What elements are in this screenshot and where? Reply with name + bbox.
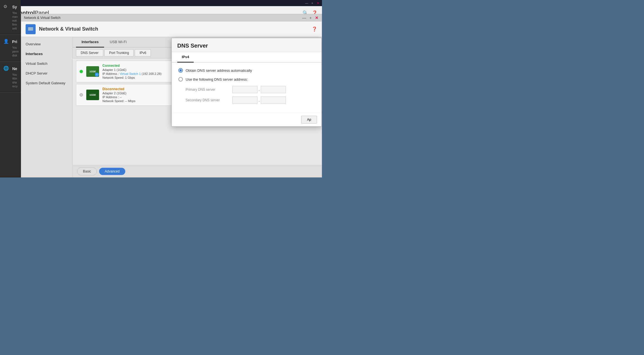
radio-manual-label: Use the following DNS server address: [186, 77, 248, 82]
sidebar-item-dhcp-server[interactable]: DHCP Server [21, 68, 72, 78]
secondary-dns-separator: . [259, 98, 260, 102]
network-section-text: YouWinsharecy [3, 73, 17, 88]
adapter1-badge: + [95, 73, 99, 77]
adapter1-icon: 1GbE + [86, 66, 99, 77]
dns-dialog-tabs: IPv4 [172, 52, 321, 63]
secondary-dns-input2[interactable] [261, 97, 286, 104]
apply-button[interactable]: Ap [301, 116, 317, 124]
system-section-header: ⚙ Sy [3, 4, 17, 10]
user-icon: 👤 [3, 39, 9, 45]
panel-help-icon[interactable]: ❓ [312, 26, 317, 32]
privilege-section-header: 👤 Pri [3, 39, 17, 45]
main-titlebar-controls: — + ✕ [305, 1, 320, 5]
network-section-title[interactable]: Ne [12, 66, 17, 71]
status-dot-connected [80, 70, 83, 73]
secondary-dns-label: Secondary DNS server [186, 98, 230, 102]
system-gear-icon: ⚙ [3, 4, 9, 10]
panel-window-title: Network & Virtual Switch [24, 16, 60, 20]
panel-titlebar: Network & Virtual Switch — + ✕ [21, 14, 322, 21]
sidebar-item-system-gateway[interactable]: System Default Gateway [21, 78, 72, 88]
minimize-button[interactable]: — [305, 1, 309, 5]
main-window: Control Panel — + ✕ ControlPanel 🔍 ❓ ⚙ [0, 0, 322, 178]
system-section-text: Youmannotifirmsett [3, 11, 17, 31]
panel-titlebar-controls: — + ✕ [302, 16, 319, 20]
panel-close-button[interactable]: ✕ [314, 16, 319, 20]
dns-dialog-footer: Ap [172, 113, 321, 126]
secondary-dns-input1[interactable] [232, 97, 257, 104]
sidebar-nav: Overview Interfaces Virtual Switch DHCP … [21, 37, 73, 177]
dns-fields: Primary DNS server . Secondary DNS serve… [186, 86, 315, 104]
sidebar-item-interfaces[interactable]: Interfaces [21, 49, 72, 59]
network-section-header: 🌐 Ne [3, 66, 17, 72]
radio-auto-input[interactable] [178, 68, 183, 73]
system-section-title[interactable]: Sy [12, 5, 17, 9]
panel-header-left: Network & Virtual Switch [26, 24, 98, 34]
sub-tab-dns-server[interactable]: DNS Server [76, 49, 103, 56]
globe-icon: 🌐 [3, 66, 9, 72]
radio-auto: Obtain DNS server address automatically [178, 68, 315, 73]
system-section: ⚙ Sy Youmannotifirmsett [0, 0, 21, 35]
network-switch-icon [26, 24, 36, 34]
dns-dialog-header: DNS Server [172, 38, 321, 52]
sidebar-item-virtual-switch[interactable]: Virtual Switch [21, 59, 72, 68]
main-titlebar: Control Panel — + ✕ [0, 0, 322, 6]
virtual-switch-link[interactable]: Virtual Switch 1 [120, 72, 141, 75]
privilege-section: 👤 Pri Youpermdisk [0, 35, 21, 62]
sidebar-item-overview[interactable]: Overview [21, 39, 72, 49]
maximize-button[interactable]: + [310, 1, 314, 5]
panel-maximize-button[interactable]: + [309, 16, 312, 20]
tab-usb-wifi[interactable]: USB Wi-Fi [104, 37, 132, 48]
privilege-section-title[interactable]: Pri [12, 40, 17, 44]
close-button[interactable]: ✕ [316, 1, 320, 5]
panel-header: Network & Virtual Switch ❓ [21, 21, 322, 37]
left-panel: ⚙ Sy Youmannotifirmsett 👤 Pri Youpermdis… [0, 0, 21, 178]
basic-button[interactable]: Basic [77, 167, 97, 175]
primary-dns-label: Primary DNS server [186, 88, 230, 92]
sub-tab-ipv6[interactable]: IPv6 [135, 49, 151, 56]
radio-manual-input[interactable] [178, 77, 183, 82]
bottom-bar: Basic Advanced [73, 165, 322, 177]
panel-title: Network & Virtual Switch [39, 26, 98, 32]
primary-dns-input2[interactable] [261, 86, 286, 93]
radio-manual: Use the following DNS server address: [178, 77, 315, 82]
panel-minimize-button[interactable]: — [302, 16, 307, 20]
dns-tab-ipv4[interactable]: IPv4 [177, 52, 194, 63]
secondary-dns-row: Secondary DNS server . [186, 97, 315, 104]
dns-dialog-body: Obtain DNS server address automatically … [172, 63, 321, 113]
radio-auto-label: Obtain DNS server address automatically [186, 68, 252, 73]
primary-dns-input-group: . [232, 86, 286, 93]
panel-window: Network & Virtual Switch — + ✕ Network &… [21, 14, 322, 178]
privilege-section-text: Youpermdisk [3, 46, 17, 58]
dns-server-dialog: DNS Server IPv4 Obtain DNS server addres… [171, 38, 322, 127]
status-dot-disconnected [80, 93, 83, 97]
adapter2-icon: 1GbE [86, 90, 99, 100]
primary-dns-row: Primary DNS server . [186, 86, 315, 93]
secondary-dns-input-group: . [232, 97, 286, 104]
sub-tab-port-trunking[interactable]: Port Trunking [104, 49, 134, 56]
primary-dns-separator: . [259, 87, 260, 92]
dns-dialog-title: DNS Server [177, 43, 208, 49]
advanced-button[interactable]: Advanced [99, 168, 125, 175]
primary-dns-input1[interactable] [232, 86, 257, 93]
tab-interfaces[interactable]: Interfaces [76, 37, 104, 48]
network-section: 🌐 Ne YouWinsharecy [0, 62, 21, 93]
